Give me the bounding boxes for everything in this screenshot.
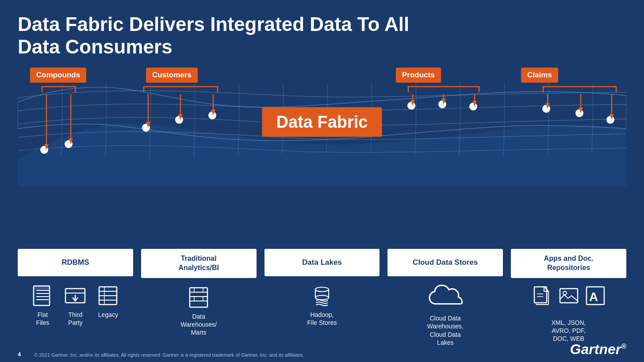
svg-point-7 bbox=[469, 103, 477, 111]
apps-repos-label: XML, JSON,AVRO, PDF,DOC, WEB bbox=[552, 319, 586, 343]
svg-rect-63 bbox=[560, 289, 578, 303]
hadoop-icon bbox=[310, 284, 334, 307]
data-fabric-label: Data Fabric bbox=[262, 107, 382, 137]
column-rdbms: RDBMS FlatFiles bbox=[18, 249, 133, 347]
svg-point-10 bbox=[606, 116, 614, 124]
third-party-icon bbox=[64, 284, 87, 307]
column-header-rdbms: RDBMS bbox=[18, 249, 133, 276]
svg-point-9 bbox=[575, 109, 583, 117]
hadoop-label: Hadoop,File Stores bbox=[307, 311, 337, 327]
icon-third-party: ThirdParty bbox=[64, 284, 87, 327]
icon-data-warehouses: DataWarehouses/Marts bbox=[180, 286, 217, 337]
columns-row: RDBMS FlatFiles bbox=[18, 249, 626, 347]
column-header-apps: Apps and Doc.Repositories bbox=[511, 249, 626, 278]
svg-point-8 bbox=[542, 105, 550, 113]
flat-files-icon bbox=[31, 284, 54, 307]
icons-row-rdbms: FlatFiles ThirdParty bbox=[31, 284, 119, 327]
image-doc-icon bbox=[559, 286, 579, 305]
legacy-icon bbox=[96, 284, 119, 307]
column-header-analytics: TraditionalAnalytics/BI bbox=[141, 249, 257, 278]
icon-legacy: Legacy bbox=[96, 284, 119, 319]
svg-rect-38 bbox=[34, 286, 50, 290]
gartner-logo: Gartner® bbox=[570, 341, 626, 358]
column-apps: Apps and Doc.Repositories bbox=[511, 249, 626, 347]
bottom-section: RDBMS FlatFiles bbox=[18, 249, 626, 347]
column-header-cloud: Cloud Data Stores bbox=[387, 249, 503, 276]
flat-files-label: FlatFiles bbox=[36, 311, 50, 327]
icons-row-cloud: Cloud DataWarehouses,Cloud DataLakes bbox=[427, 284, 464, 347]
legacy-label: Legacy bbox=[98, 311, 118, 319]
svg-point-6 bbox=[438, 100, 446, 108]
category-customers: Customers bbox=[146, 68, 198, 83]
column-header-data-lakes: Data Lakes bbox=[264, 249, 380, 276]
icons-row-apps: A XML, JSON,AVRO, PDF,DOC, WEB bbox=[533, 286, 605, 343]
svg-text:A: A bbox=[589, 290, 598, 304]
icon-hadoop: Hadoop,File Stores bbox=[307, 284, 337, 327]
svg-point-3 bbox=[175, 116, 183, 124]
xml-doc-icon bbox=[533, 286, 552, 305]
data-warehouses-label: DataWarehouses/Marts bbox=[180, 312, 217, 337]
svg-point-59 bbox=[315, 295, 329, 300]
icons-row-analytics: DataWarehouses/Marts bbox=[180, 286, 217, 337]
svg-rect-47 bbox=[190, 288, 207, 307]
category-products: Products bbox=[396, 68, 441, 83]
column-analytics: TraditionalAnalytics/BI bbox=[141, 249, 257, 347]
data-warehouses-icon bbox=[187, 286, 210, 309]
svg-point-55 bbox=[315, 287, 329, 292]
slide-title: Data Fabric Delivers Integrated Data To … bbox=[18, 13, 416, 58]
column-cloud: Cloud Data Stores Cloud DataWarehouses,C… bbox=[387, 249, 503, 347]
diagram-area: Compounds Customers Products Claims Data… bbox=[18, 62, 626, 186]
cloud-icon bbox=[428, 284, 463, 311]
page-number: 4 bbox=[18, 351, 21, 358]
slide: Data Fabric Delivers Integrated Data To … bbox=[0, 0, 644, 362]
svg-rect-60 bbox=[534, 287, 547, 303]
font-doc-icon: A bbox=[586, 286, 605, 305]
category-compounds: Compounds bbox=[30, 68, 86, 83]
category-claims: Claims bbox=[521, 68, 558, 83]
footer: 4 © 2021 Gartner, Inc. and/or its affili… bbox=[18, 341, 626, 358]
column-data-lakes: Data Lakes bbox=[264, 249, 380, 347]
icons-row-data-lakes: Hadoop,File Stores bbox=[307, 284, 337, 327]
icon-cloud: Cloud DataWarehouses,Cloud DataLakes bbox=[427, 284, 464, 347]
icon-flat-files: FlatFiles bbox=[31, 284, 54, 327]
svg-point-64 bbox=[563, 291, 567, 295]
third-party-label: ThirdParty bbox=[68, 311, 83, 327]
footer-copyright: © 2021 Gartner, Inc. and/or its affiliat… bbox=[34, 352, 304, 358]
svg-point-5 bbox=[407, 102, 415, 110]
